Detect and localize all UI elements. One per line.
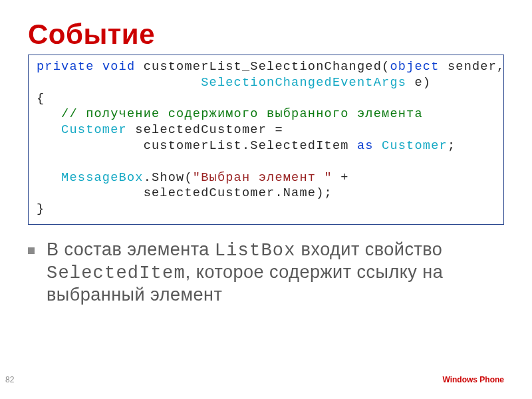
code-param-e: e) <box>406 76 431 90</box>
code-brace-close: } <box>37 202 45 216</box>
code-show: .Show( <box>144 171 193 185</box>
code-blank-line <box>37 155 61 169</box>
keyword-void: void <box>102 60 135 74</box>
page-number: 82 <box>5 375 14 384</box>
brand-label: Windows Phone <box>442 375 504 384</box>
keyword-private: private <box>37 60 94 74</box>
body-text-pre: В состав элемента <box>47 239 215 259</box>
keyword-as: as <box>357 139 374 153</box>
string-literal: "Выбран элемент " <box>193 171 332 185</box>
type-messagebox: MessageBox <box>61 171 144 185</box>
slide: Событие private void customerList_Select… <box>0 0 532 399</box>
inline-code-selecteditem: SelectedItem <box>47 263 186 283</box>
body-paragraph: В состав элемента ListBox входит свойств… <box>28 239 504 306</box>
code-sender: sender, <box>440 60 505 74</box>
code-name-line: selectedCustomer.Name); <box>37 186 332 200</box>
code-indent3a <box>37 123 61 137</box>
code-comment: // получение содержимого выбранного элем… <box>37 107 423 121</box>
code-selected-line: customerList.SelectedItem <box>37 139 357 153</box>
code-indent-args <box>37 76 201 90</box>
code-plus: + <box>332 171 349 185</box>
code-block: private void customerList_SelectionChang… <box>28 55 504 225</box>
type-customer: Customer <box>61 123 127 137</box>
code-brace-open: { <box>37 92 45 106</box>
slide-title: Событие <box>28 19 504 51</box>
bullet-icon <box>28 247 35 254</box>
code-semicolon: ; <box>448 139 456 153</box>
code-fn-name: customerList_SelectionChanged( <box>135 60 390 74</box>
type-eventargs: SelectionChangedEventArgs <box>201 76 406 90</box>
inline-code-listbox: ListBox <box>215 241 296 261</box>
code-indent3b <box>37 171 61 185</box>
body-text-mid1: входит свойство <box>296 239 443 259</box>
code-decl: selectedCustomer = <box>127 123 283 137</box>
type-customer2: Customer <box>382 139 448 153</box>
keyword-object: object <box>390 60 439 74</box>
